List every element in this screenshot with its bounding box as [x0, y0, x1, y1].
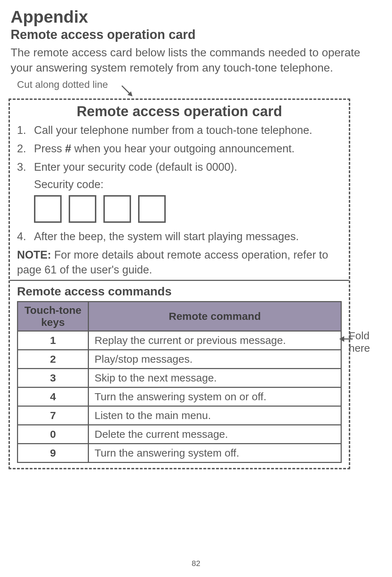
key-cell: 7	[18, 406, 89, 425]
step-3: Enter your security code (default is 000…	[17, 160, 342, 175]
step-2-pre: Press	[34, 142, 65, 155]
security-code-label: Security code:	[34, 178, 342, 191]
fold-divider	[10, 280, 349, 281]
code-box-1[interactable]	[34, 195, 62, 223]
intro-paragraph: The remote access card below lists the c…	[11, 45, 381, 75]
col-header-keys: Touch-tone keys	[18, 302, 89, 331]
note-text: For more details about remote access ope…	[17, 249, 328, 276]
commands-table: Touch-tone keys Remote command 1 Replay …	[17, 301, 342, 463]
note-paragraph: NOTE: For more details about remote acce…	[17, 248, 342, 277]
step-1: Call your telephone number from a touch-…	[17, 123, 342, 138]
section-subtitle: Remote access operation card	[11, 27, 381, 42]
fold-line-2: here	[349, 342, 370, 354]
card-title: Remote access operation card	[17, 103, 342, 119]
cmd-cell: Skip to the next message.	[89, 369, 341, 388]
key-cell: 9	[18, 444, 89, 463]
table-row: 2 Play/stop messages.	[18, 350, 341, 369]
cmd-cell: Listen to the main menu.	[89, 406, 341, 425]
appendix-heading: Appendix	[11, 7, 381, 27]
instruction-list: Call your telephone number from a touch-…	[17, 123, 342, 175]
step-2: Press # when you hear your outgoing anno…	[17, 141, 342, 156]
code-box-2[interactable]	[69, 195, 96, 223]
table-row: 7 Listen to the main menu.	[18, 406, 341, 425]
cmd-cell: Delete the current message.	[89, 425, 341, 444]
table-row: 1 Replay the current or previous message…	[18, 331, 341, 350]
key-cell: 3	[18, 369, 89, 388]
key-cell: 2	[18, 350, 89, 369]
fold-line-1: Fold	[349, 330, 369, 341]
col-header-command: Remote command	[89, 302, 341, 331]
step-4: After the beep, the system will start pl…	[17, 229, 342, 244]
table-row: 4 Turn the answering system on or off.	[18, 388, 341, 406]
code-box-4[interactable]	[138, 195, 166, 223]
operation-card: Remote access operation card Call your t…	[8, 98, 350, 469]
cmd-cell: Play/stop messages.	[89, 350, 341, 369]
table-row: 9 Turn the answering system off.	[18, 444, 341, 463]
step-2-post: when you hear your outgoing announcement…	[71, 142, 295, 155]
cmd-cell: Replay the current or previous message.	[89, 331, 341, 350]
key-cell: 4	[18, 388, 89, 406]
code-box-3[interactable]	[103, 195, 131, 223]
table-row: 0 Delete the current message.	[18, 425, 341, 444]
svg-marker-3	[339, 336, 344, 342]
instruction-list-cont: After the beep, the system will start pl…	[17, 229, 342, 244]
hash-key: #	[65, 142, 71, 155]
key-cell: 0	[18, 425, 89, 444]
fold-here-label: Fold here	[349, 330, 370, 354]
table-row: 3 Skip to the next message.	[18, 369, 341, 388]
security-code-boxes	[34, 195, 342, 223]
cmd-cell: Turn the answering system off.	[89, 444, 341, 463]
cut-instruction: Cut along dotted line	[11, 79, 381, 98]
cmd-cell: Turn the answering system on or off.	[89, 388, 341, 406]
cut-label: Cut along dotted line	[17, 79, 108, 90]
commands-heading: Remote access commands	[17, 284, 342, 298]
page-number: 82	[0, 559, 392, 568]
note-label: NOTE:	[17, 249, 51, 261]
key-cell: 1	[18, 331, 89, 350]
